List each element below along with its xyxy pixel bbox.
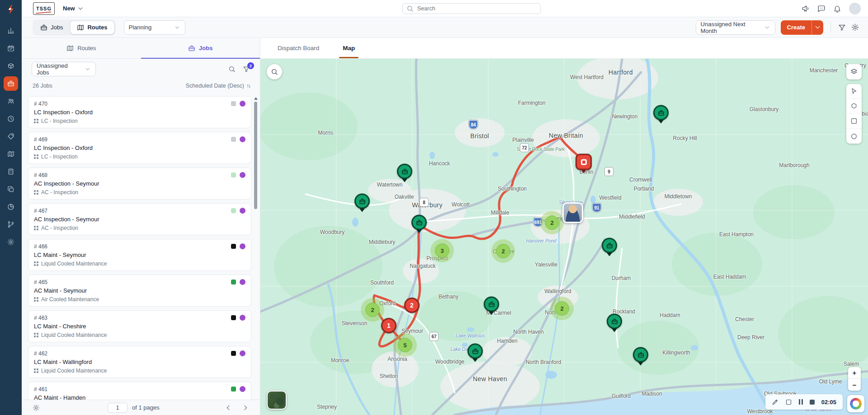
job-title: LC Maint - Seymour — [34, 252, 245, 258]
job-location-pin[interactable] — [467, 344, 483, 362]
job-location-pin[interactable] — [397, 164, 412, 182]
job-id: # 466 — [34, 243, 245, 250]
category-grid-icon — [34, 333, 38, 337]
satellite-layer-toggle[interactable] — [267, 391, 287, 410]
job-location-pin[interactable] — [633, 347, 648, 366]
map-canvas[interactable]: + − 02:05 HartfordWaterburyMeridenNew Ha… — [260, 59, 868, 415]
job-card[interactable]: # 465AC Maint - SeymourAir Cooled Mainte… — [28, 275, 251, 307]
sidebar-item-inventory[interactable] — [4, 59, 18, 73]
scrollbar-thumb[interactable] — [254, 102, 257, 209]
job-card[interactable]: # 468AC Inspection - SeymourAC - Inspect… — [28, 168, 251, 200]
planning-select[interactable]: Planning — [124, 20, 185, 35]
shape-icon[interactable] — [785, 399, 792, 406]
polygon-tool[interactable] — [846, 99, 862, 114]
job-location-pin[interactable] — [354, 194, 370, 212]
map-label: Newington — [612, 113, 638, 120]
zoom-in-button[interactable]: + — [848, 367, 861, 379]
job-card[interactable]: # 461AC Maint - HamdenAir Cooled Mainten… — [28, 382, 251, 400]
route-stop-marker[interactable]: 1 — [381, 318, 396, 333]
driver-avatar-marker[interactable] — [562, 202, 583, 223]
job-cluster-marker[interactable]: 3 — [430, 239, 454, 262]
view-jobs-button[interactable]: Jobs — [34, 21, 69, 34]
view-routes-button[interactable]: Routes — [70, 21, 114, 34]
list-settings-icon[interactable] — [33, 404, 40, 411]
job-card[interactable]: # 462LC Maint - WallingfordLiquid Cooled… — [28, 346, 251, 378]
scroll-up-icon[interactable] — [254, 97, 258, 100]
list-filter-button[interactable]: 2 — [243, 65, 250, 73]
notifications-icon[interactable] — [833, 5, 841, 13]
sidebar-item-settings[interactable] — [4, 235, 18, 249]
sidebar-item-reports[interactable] — [4, 200, 18, 214]
prev-page-icon[interactable] — [225, 404, 232, 411]
tab-routes[interactable]: Routes — [22, 38, 141, 58]
job-card[interactable]: # 467AC Inspection - SeymourAC - Inspect… — [28, 203, 251, 235]
tab-jobs-label: Jobs — [199, 45, 212, 51]
sidebar-item-billing[interactable] — [4, 164, 18, 179]
sidebar-item-customers[interactable] — [4, 94, 18, 108]
map-label: East Haddam — [713, 274, 746, 280]
job-card[interactable]: # 470LC Inspection - OxfordLC - Inspecti… — [28, 96, 251, 128]
draw-icon[interactable] — [772, 399, 778, 406]
announcements-icon[interactable] — [802, 5, 810, 13]
company-logo-text: TSSG — [36, 6, 52, 11]
jobs-scrollbar[interactable] — [254, 97, 258, 397]
workspace-switcher[interactable]: New — [63, 5, 84, 12]
circle-tool[interactable] — [846, 129, 862, 144]
job-location-pin[interactable] — [602, 238, 617, 256]
stop-icon[interactable] — [810, 400, 815, 405]
rectangle-tool[interactable] — [846, 114, 862, 129]
settings-icon[interactable] — [851, 23, 859, 31]
sidebar-item-workflows[interactable] — [4, 217, 18, 232]
job-cluster-marker[interactable]: 2 — [550, 297, 574, 320]
map-label: Salem — [844, 361, 859, 367]
route-stop-marker[interactable]: 2 — [404, 298, 420, 313]
sidebar-item-schedule[interactable] — [4, 41, 18, 56]
job-location-pin[interactable] — [484, 297, 499, 315]
sidebar-item-time[interactable] — [4, 112, 18, 126]
view-switcher: Jobs Routes — [33, 19, 116, 36]
job-card[interactable]: # 466LC Maint - SeymourLiquid Cooled Mai… — [28, 239, 251, 271]
tab-map[interactable]: Map — [342, 38, 356, 58]
layers-icon — [850, 68, 858, 75]
job-location-pin[interactable] — [411, 215, 427, 233]
job-cluster-marker[interactable]: 2 — [361, 298, 384, 322]
sidebar-item-dispatch[interactable] — [4, 76, 18, 91]
job-card[interactable]: # 463LC Maint - CheshireLiquid Cooled Ma… — [28, 310, 251, 342]
map-search-button[interactable] — [267, 64, 282, 79]
date-range-select[interactable]: Unassigned Next Month — [696, 20, 775, 35]
global-search-input[interactable] — [416, 5, 537, 12]
next-page-icon[interactable] — [242, 404, 249, 411]
pause-icon[interactable] — [799, 399, 803, 405]
depot-marker[interactable] — [576, 154, 592, 173]
job-location-pin[interactable] — [607, 314, 622, 332]
sidebar-item-documents[interactable] — [4, 182, 18, 196]
list-search-icon[interactable] — [228, 65, 236, 73]
job-cluster-marker[interactable]: 5 — [393, 333, 417, 357]
filter-icon[interactable] — [838, 23, 846, 31]
job-cluster-marker[interactable]: 2 — [491, 239, 515, 263]
map-layers-button[interactable] — [846, 64, 862, 79]
category-grid-icon — [34, 154, 38, 159]
sidebar-item-tags[interactable] — [4, 129, 18, 144]
messages-icon[interactable] — [817, 5, 826, 13]
tab-jobs[interactable]: Jobs — [141, 38, 260, 58]
tab-dispatch-board[interactable]: Dispatch Board — [277, 38, 320, 58]
map-label: Hanover Pond — [526, 238, 556, 243]
global-search[interactable] — [402, 3, 541, 14]
jobs-filter-select[interactable]: Unassigned Jobs — [32, 62, 96, 76]
sidebar-item-analytics[interactable] — [4, 23, 18, 38]
select-cursor-tool[interactable] — [846, 84, 862, 99]
page-input[interactable] — [108, 403, 127, 413]
job-card[interactable]: # 469LC Inspection - OxfordLC - Inspecti… — [28, 132, 251, 164]
briefcase-icon — [7, 80, 14, 87]
pages-label: of 1 pages — [132, 404, 160, 411]
job-cluster-marker[interactable]: 2 — [540, 211, 564, 234]
zoom-out-button[interactable]: − — [848, 379, 861, 391]
sort-control[interactable]: Scheduled Date (Desc) ↑↓ — [186, 83, 250, 89]
job-location-pin[interactable] — [653, 105, 669, 124]
user-avatar[interactable] — [849, 3, 861, 14]
create-button[interactable]: Create — [781, 20, 811, 35]
create-menu-button[interactable] — [811, 20, 823, 35]
category-grid-icon — [34, 368, 38, 373]
sidebar-item-map[interactable] — [4, 147, 18, 161]
